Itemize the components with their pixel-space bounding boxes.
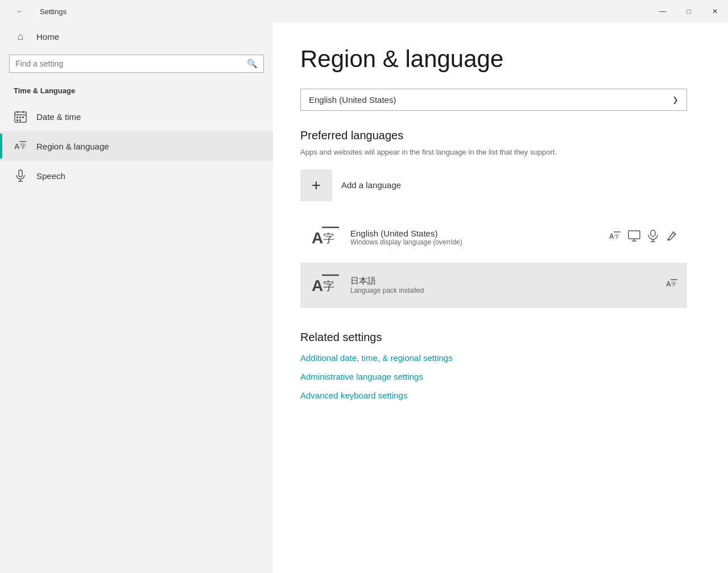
region-language-label: Region & language xyxy=(36,142,109,151)
svg-text:字: 字 xyxy=(20,143,26,150)
dropdown-value: English (United States) xyxy=(309,95,396,105)
titlebar: ← Settings — □ ✕ xyxy=(0,0,728,23)
search-icon: 🔍 xyxy=(247,59,258,69)
speech-feature-icon xyxy=(647,230,659,245)
preferred-languages-title: Preferred languages xyxy=(300,129,701,142)
page-title: Region & language xyxy=(300,45,701,73)
sidebar-item-home[interactable]: ⌂ Home xyxy=(0,23,273,50)
content-area: Region & language English (United States… xyxy=(273,23,728,573)
lang-name-japanese: 日本語 xyxy=(350,276,656,286)
svg-text:A: A xyxy=(14,142,20,151)
svg-text:A: A xyxy=(666,280,671,288)
language-item-japanese[interactable]: A 字 日本語 Language pack installed A 字 xyxy=(300,263,687,308)
titlebar-left: ← Settings xyxy=(7,0,67,23)
svg-text:A: A xyxy=(312,229,323,247)
lang-features-japanese: A 字 xyxy=(665,277,678,293)
svg-rect-7 xyxy=(16,119,18,121)
related-settings-title: Related settings xyxy=(300,331,701,344)
mic-icon xyxy=(14,169,27,182)
home-icon: ⌂ xyxy=(14,30,27,43)
related-settings-section: Related settings Additional date, time, … xyxy=(300,331,701,400)
lang-info-japanese: 日本語 Language pack installed xyxy=(350,276,656,294)
svg-rect-24 xyxy=(651,230,655,236)
titlebar-controls: — □ ✕ xyxy=(650,0,728,23)
related-link-2[interactable]: Advanced keyboard settings xyxy=(300,391,701,400)
svg-rect-6 xyxy=(22,117,24,118)
related-link-1[interactable]: Administrative language settings xyxy=(300,372,701,381)
minimize-button[interactable]: — xyxy=(650,0,676,23)
sidebar-item-date-time[interactable]: Date & time xyxy=(0,102,273,131)
sidebar-section-title: Time & Language xyxy=(0,82,273,102)
maximize-button[interactable]: □ xyxy=(676,0,702,23)
home-label: Home xyxy=(36,32,59,41)
add-icon: + xyxy=(300,169,332,201)
search-box[interactable]: 🔍 xyxy=(9,55,264,73)
region-icon: A 字 xyxy=(14,139,27,153)
svg-text:A: A xyxy=(609,232,614,240)
date-time-label: Date & time xyxy=(36,112,81,122)
lang-status-english: Windows display language (override) xyxy=(350,238,599,246)
close-button[interactable]: ✕ xyxy=(702,0,728,23)
language-item-english[interactable]: A 字 English (United States) Windows disp… xyxy=(300,215,687,260)
svg-text:字: 字 xyxy=(323,280,334,292)
lang-pack-icon-jp: A 字 xyxy=(665,277,678,293)
svg-rect-4 xyxy=(16,117,18,118)
svg-text:字: 字 xyxy=(614,234,619,239)
sidebar-item-region-language[interactable]: A 字 Region & language xyxy=(0,131,273,161)
add-language-button[interactable]: + Add a language xyxy=(300,169,401,201)
sidebar-item-speech[interactable]: Speech xyxy=(0,161,273,190)
lang-pack-icon: A 字 xyxy=(609,230,621,245)
dropdown-arrow-icon: ❯ xyxy=(672,96,679,104)
svg-text:A: A xyxy=(312,277,323,294)
back-button[interactable]: ← xyxy=(7,0,33,23)
lang-features-english: A 字 xyxy=(609,230,678,245)
lang-icon-english: A 字 xyxy=(309,222,341,254)
add-language-label: Add a language xyxy=(341,180,401,190)
preferred-languages-section: Preferred languages Apps and websites wi… xyxy=(300,129,701,308)
sidebar: ⌂ Home 🔍 Time & Language xyxy=(0,23,273,573)
svg-rect-8 xyxy=(19,119,21,121)
preferred-languages-desc: Apps and websites will appear in the fir… xyxy=(300,147,664,158)
svg-rect-5 xyxy=(19,117,21,118)
search-input[interactable] xyxy=(15,59,247,68)
lang-name-english: English (United States) xyxy=(350,229,599,238)
lang-icon-japanese: A 字 xyxy=(309,269,341,301)
country-dropdown[interactable]: English (United States) ❯ xyxy=(300,89,687,111)
svg-rect-21 xyxy=(628,231,640,239)
svg-text:字: 字 xyxy=(323,232,334,244)
related-link-0[interactable]: Additional date, time, & regional settin… xyxy=(300,353,701,363)
svg-text:字: 字 xyxy=(671,281,676,287)
speech-label: Speech xyxy=(36,171,65,181)
calendar-icon xyxy=(14,110,27,123)
lang-status-japanese: Language pack installed xyxy=(350,286,656,294)
main-layout: ⌂ Home 🔍 Time & Language xyxy=(0,23,728,573)
svg-line-28 xyxy=(672,233,675,235)
display-icon xyxy=(628,230,640,245)
lang-info-english: English (United States) Windows display … xyxy=(350,229,599,246)
svg-rect-12 xyxy=(19,170,22,177)
titlebar-title: Settings xyxy=(40,7,67,16)
handwriting-icon xyxy=(665,230,678,245)
